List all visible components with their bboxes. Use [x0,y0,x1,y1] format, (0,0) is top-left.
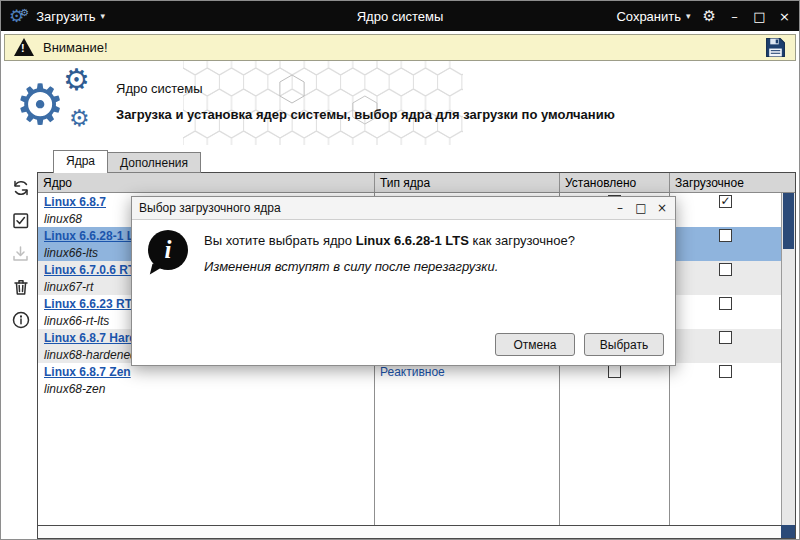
dialog-title: Выбор загрузочного ядра [139,201,281,215]
page-title: Ядро системы [116,81,203,96]
column-header-bootable[interactable]: Загрузочное [669,173,781,192]
load-menu-label: Загрузить [36,9,95,24]
package-name: linux66-rt-lts [44,314,109,328]
boot-kernel-dialog: Выбор загрузочного ядра – □ × i Вы хотит… [131,196,676,366]
download-icon [11,244,31,264]
vertical-scrollbar[interactable] [781,193,795,525]
select-all-button[interactable] [8,208,34,234]
kernel-link[interactable]: Linux 6.7.0.6 RT [44,263,135,277]
tab-addons[interactable]: Дополнения [108,152,201,173]
table-header: Ядро Тип ядра Установлено Загрузочное [38,173,795,193]
bootable-checkbox[interactable] [719,297,732,310]
refresh-icon [11,178,31,198]
scroll-corner [781,525,795,538]
package-name: linux68-zen [44,382,105,396]
settings-gear-icon[interactable]: ⚙ [703,7,716,25]
gears-logo: ⚙ ⚙ ⚙ [15,65,119,147]
page-subtitle: Загрузка и установка ядер системы, выбор… [116,107,615,122]
column-header-installed[interactable]: Установлено [559,173,669,192]
dialog-close-button[interactable]: × [656,201,668,215]
horizontal-scrollbar[interactable] [38,525,781,538]
message-suffix: как загрузочное? [469,233,575,248]
bootable-checkbox[interactable] [719,195,732,208]
checkbox-icon [11,211,31,231]
column-header-kernel[interactable]: Ядро [38,173,374,192]
page-header: ⚙ ⚙ ⚙ Ядро системы Загрузка и установка … [1,61,799,149]
delete-button[interactable] [8,274,34,300]
chevron-down-icon: ▾ [101,11,106,21]
gear-icon: ⚙ [69,107,90,130]
dialog-titlebar[interactable]: Выбор загрузочного ядра – □ × [132,197,675,220]
package-name: linux67-rt [44,280,93,294]
dialog-minimize-button[interactable]: – [614,201,626,215]
package-name: linux68-hardened [44,348,137,362]
save-menu-label: Сохранить [616,9,681,24]
warning-bar: Внимание! [4,34,796,61]
kernel-link[interactable]: Linux 6.8.7 [44,195,106,209]
dialog-message: Вы хотите выбрать ядро Linux 6.6.28-1 LT… [204,233,663,248]
refresh-button[interactable] [8,175,34,201]
info-button[interactable] [8,307,34,333]
save-menu-button[interactable]: Сохранить ▾ [616,9,690,24]
save-floppy-icon[interactable] [765,37,786,58]
tab-bar: Ядра Дополнения [53,150,201,173]
side-toolbar [8,175,36,333]
package-name: linux68 [44,212,82,226]
app-window: ⚙⚙ Загрузить ▾ Ядро системы Сохранить ▾ … [0,0,800,540]
scrollbar-thumb[interactable] [783,193,794,249]
info-bubble-icon: i [148,230,188,270]
close-button[interactable]: × [778,9,791,24]
installed-checkbox[interactable] [608,365,621,378]
warning-text: Внимание! [43,40,108,55]
bootable-checkbox[interactable] [719,263,732,276]
app-gears-icon: ⚙⚙ [9,8,29,25]
warning-triangle-icon [14,38,34,56]
dialog-maximize-button[interactable]: □ [635,201,647,215]
confirm-button[interactable]: Выбрать [584,333,664,356]
bootable-checkbox[interactable] [719,365,732,378]
dialog-buttons: Отмена Выбрать [495,333,664,356]
bootable-checkbox[interactable] [719,229,732,242]
message-prefix: Вы хотите выбрать ядро [204,233,356,248]
package-name: linux66-lts [44,246,98,260]
load-menu-button[interactable]: Загрузить ▾ [36,9,105,24]
gear-icon: ⚙ [15,77,65,133]
maximize-button[interactable]: □ [753,9,766,24]
chevron-down-icon: ▾ [686,11,691,21]
kernel-link[interactable]: Linux 6.8.7 Zen [44,365,131,379]
honeycomb-pattern [183,61,463,145]
cancel-button[interactable]: Отмена [495,333,575,356]
tab-kernels[interactable]: Ядра [53,150,108,173]
trash-icon [11,277,31,297]
window-title: Ядро системы [357,1,444,31]
column-header-type[interactable]: Тип ядра [374,173,559,192]
bootable-checkbox[interactable] [719,331,732,344]
minimize-button[interactable]: – [728,9,741,24]
dialog-note: Изменения вступят в силу после перезагру… [204,259,663,274]
message-kernel-name: Linux 6.6.28-1 LTS [356,233,469,248]
titlebar: ⚙⚙ Загрузить ▾ Ядро системы Сохранить ▾ … [1,1,799,31]
kernel-type: Реактивное [380,365,445,379]
download-button[interactable] [8,241,34,267]
gear-icon: ⚙ [63,65,90,95]
info-icon [11,310,31,330]
